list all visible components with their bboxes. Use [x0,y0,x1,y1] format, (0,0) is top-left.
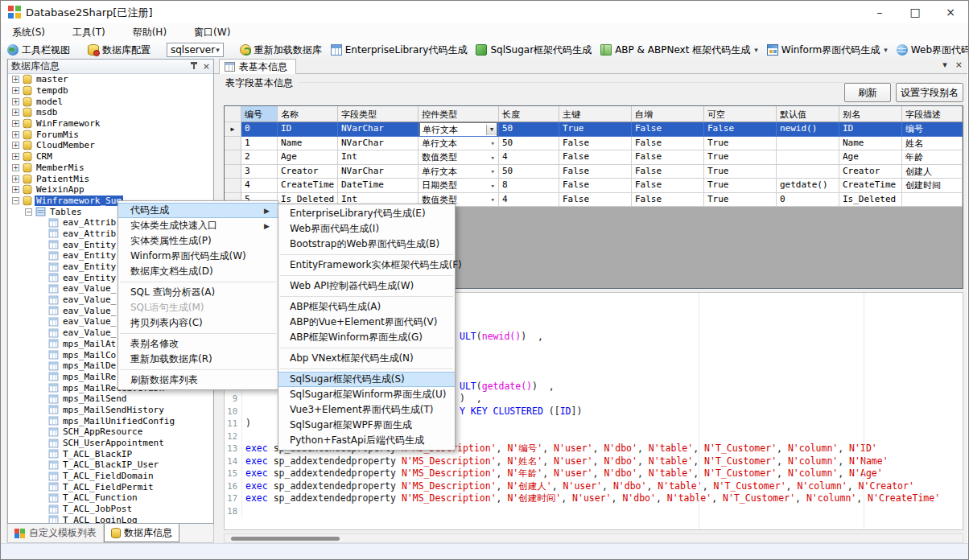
grid-cell[interactable]: 2 [241,150,278,165]
tree-item-tempdb[interactable]: +tempdb [8,85,213,97]
grid-cell[interactable]: 3 [241,165,278,179]
tree-item-table[interactable]: T_ACL_JobPost [8,504,213,515]
grid-cell[interactable]: 8 [499,179,559,193]
grid-cell[interactable]: 年龄 [902,150,963,165]
grid-cell[interactable]: True [704,165,777,179]
tree-item-table[interactable]: T_ACL_BlackIP [8,448,213,459]
grid-cell[interactable]: 编号 [902,122,963,137]
grid-cell[interactable]: 4 [499,150,559,165]
grid-cell[interactable]: Int [338,150,419,165]
grid-cell[interactable]: 50 [499,165,559,179]
submenu-item-7[interactable]: Web API控制器代码生成(W) [278,278,455,294]
context-menu-item-1[interactable]: 代码生成▶ [118,203,278,218]
grid-cell[interactable]: False [632,193,704,208]
grid-cell[interactable] [777,150,839,165]
tree-item-table[interactable]: mps_MailSendHistory [8,405,213,416]
grid-cell[interactable]: Creator [839,165,902,179]
tree-expander-icon[interactable]: + [12,164,19,171]
grid-cell[interactable]: 日期类型▾ [419,179,499,193]
grid-column-header[interactable]: 编号 [241,106,278,122]
tree-item-table[interactable]: SCH_AppResource [8,426,213,438]
grid-cell[interactable]: 50 [499,137,559,151]
tree-expander-icon[interactable]: − [12,197,19,204]
menubar-item-4[interactable]: 窗口(W) [194,26,230,39]
tree-item-table[interactable]: T_ACL_FieldDomain [8,471,213,482]
submenu-item-9[interactable]: ABP框架代码生成(A) [278,299,455,315]
scrollbar-thumb[interactable] [231,537,340,541]
dock-tab-template-list[interactable]: 自定义模板列表 [8,524,104,542]
tree-item-msdb[interactable]: +msdb [8,107,213,118]
context-menu-item-2[interactable]: 实体类生成快速入口▶ [118,218,278,233]
grid-cell[interactable]: Creator [278,165,338,179]
row-selector[interactable] [225,137,241,151]
grid-cell[interactable]: True [704,150,777,165]
grid-cell[interactable]: 创建人 [902,165,963,179]
grid-cell[interactable]: CreateTime [278,179,338,193]
grid-cell[interactable]: newid() [777,122,839,137]
tree-item-table[interactable]: mps_MailUnifiedConfig [8,415,213,426]
submenu-item-16[interactable]: SqlSugar框架Winform界面生成(U) [278,387,455,402]
tree-item-WeixinApp[interactable]: +WeixinApp [8,184,213,196]
submenu-item-10[interactable]: ABP的Vue+Element界面代码(V) [278,315,455,330]
pin-icon[interactable] [191,62,198,71]
grid-cell[interactable]: 1 [241,137,278,151]
grid-cell[interactable]: NVarChar [338,137,419,151]
submenu-item-13[interactable]: Abp VNext框架代码生成(N) [278,351,455,366]
grid-cell[interactable]: 0 [241,122,278,137]
row-selector[interactable] [225,150,241,165]
grid-cell[interactable]: True [704,137,777,151]
maximize-button[interactable]: □ [897,1,933,23]
refresh-button[interactable]: 刷新 [844,83,891,102]
context-menu-item-9[interactable]: 拷贝列表内容(C) [118,315,278,331]
grid-cell[interactable]: ID [278,122,338,137]
grid-cell[interactable]: 单行文本▾ [419,165,499,179]
grid-cell[interactable]: DateTime [338,179,419,193]
submenu-item-19[interactable]: Python+FastApi后端代码生成 [278,433,455,448]
menubar-item-2[interactable]: 工具(T) [72,26,105,39]
row-selector-current[interactable]: ▶ [225,122,241,137]
grid-cell[interactable]: False [632,122,704,137]
menubar-item-3[interactable]: 帮助(H) [133,26,167,39]
row-selector[interactable] [225,165,241,179]
grid-cell[interactable]: Name [839,137,902,151]
tree-expander-icon[interactable]: + [12,175,19,183]
grid-cell[interactable] [777,137,839,151]
grid-cell[interactable]: 数值类型▾ [419,150,499,165]
grid-cell[interactable]: 4 [499,193,559,208]
tree-expander-icon[interactable]: + [12,109,19,116]
winform-codegen-button[interactable]: Winform界面代码生成▾ [765,42,889,58]
tree-expander-icon[interactable]: + [12,131,19,138]
reload-db-button[interactable]: 重新加载数据库 [238,42,324,58]
grid-cell[interactable]: 单行文本▾ [419,137,499,151]
submenu-item-5[interactable]: EntityFramework实体框架代码生成(F) [278,257,455,273]
submenu-item-2[interactable]: Web界面代码生成(I) [278,221,455,237]
menubar-item-1[interactable]: 系统(S) [12,26,45,39]
tree-item-model[interactable]: +model [8,96,213,107]
context-menu-item-7[interactable]: SQL 查询分析器(A) [118,285,278,300]
web-codegen-button[interactable]: Web界面代码生成▾ [895,42,969,58]
grid-cell[interactable]: False [559,165,632,179]
toolbar-view-button[interactable]: 工具栏视图 [6,42,72,58]
grid-cell[interactable]: 创建时间 [902,179,963,193]
grid-cell[interactable]: Age [278,150,338,165]
tree-expander-icon[interactable]: + [12,87,19,94]
grid-column-header[interactable]: 长度 [499,106,559,122]
tree-item-table[interactable]: SCH_UserAppointment [8,438,213,449]
grid-cell[interactable]: 50 [499,122,559,137]
tab-table-basic-info[interactable]: 表基本信息 [219,59,296,74]
close-button[interactable]: × [933,1,968,23]
grid-cell[interactable]: NVarChar [338,165,419,179]
tree-item-table[interactable]: T_ACL_FieldPermit [8,481,213,492]
tree-item-CRM[interactable]: +CRM [8,151,213,163]
db-config-button[interactable]: 数据库配置 [86,42,152,58]
tree-expander-icon[interactable]: + [12,98,19,105]
grid-cell[interactable]: False [632,137,704,151]
grid-cell[interactable]: False [559,150,632,165]
grid-cell[interactable]: False [559,137,632,151]
row-selector[interactable] [225,179,241,193]
control-type-combo[interactable]: 单行文本▾ [419,122,497,137]
tab-list-chevron-icon[interactable]: ▾ [942,60,947,70]
set-field-alias-button[interactable]: 设置字段别名 [896,83,963,102]
grid-column-header[interactable]: 主键 [559,106,632,122]
tree-expander-icon[interactable]: − [25,208,32,216]
